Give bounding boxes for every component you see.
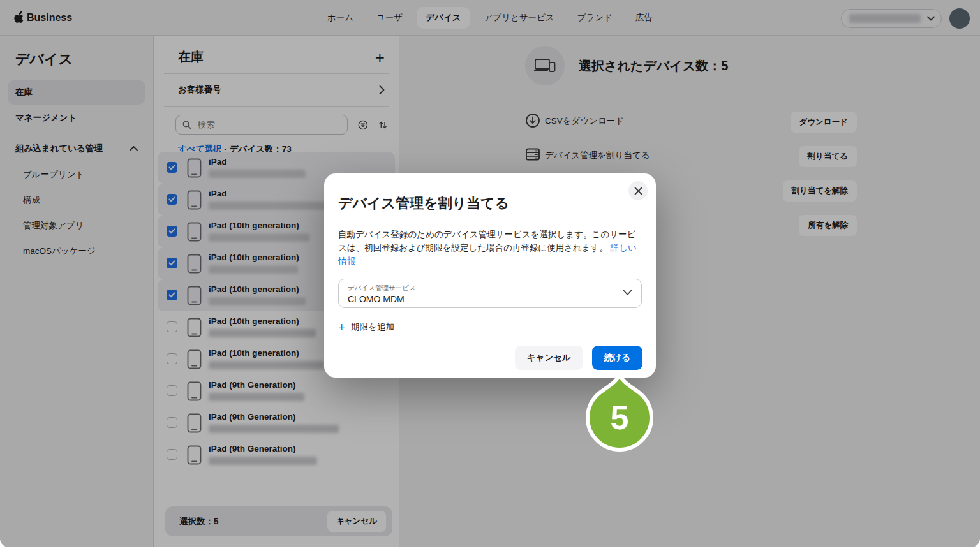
assign-mdm-modal: デバイス管理を割り当てる 自動デバイス登録のためのデバイス管理サービスを選択しま… <box>324 173 656 378</box>
app-window: Business ホームユーザデバイスアプリとサービスブランド広告 デバイス 在… <box>0 0 980 547</box>
modal-description: 自動デバイス登録のためのデバイス管理サービスを選択します。このサービスは、初回登… <box>338 228 642 268</box>
mdm-service-select-value: CLOMO MDM <box>348 294 616 304</box>
screen: Business ホームユーザデバイスアプリとサービスブランド広告 デバイス 在… <box>0 0 980 551</box>
modal-title: デバイス管理を割り当てる <box>338 190 642 213</box>
close-button[interactable] <box>628 181 648 200</box>
plus-icon: + <box>338 323 345 332</box>
modal-cancel-button[interactable]: キャンセル <box>515 346 583 370</box>
modal-description-text: 自動デバイス登録のためのデバイス管理サービスを選択します。このサービスは、初回登… <box>338 230 635 253</box>
mdm-service-select[interactable]: デバイス管理サービス CLOMO MDM <box>338 279 642 308</box>
chevron-down-icon <box>623 290 632 296</box>
mdm-service-select-label: デバイス管理サービス <box>348 284 616 293</box>
step-annotation-badge: 5 <box>580 372 659 456</box>
add-deadline-label: 期限を追加 <box>351 321 394 333</box>
add-deadline-link[interactable]: + 期限を追加 <box>338 321 642 333</box>
close-icon <box>634 187 642 195</box>
modal-continue-button[interactable]: 続ける <box>592 346 642 370</box>
step-number: 5 <box>580 388 659 447</box>
